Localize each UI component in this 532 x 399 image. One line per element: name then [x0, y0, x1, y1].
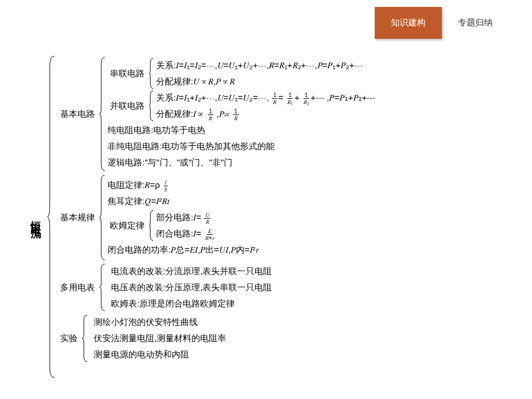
exp-emf: 测量电源的电动势和内阻: [90, 346, 226, 363]
multimeter-brace: [97, 263, 108, 312]
logic-gates: 逻辑电路:"与"门、"或"门、"非"门: [108, 154, 376, 171]
ohm-label: 欧姆定律: [108, 209, 147, 242]
tab-topics[interactable]: 专题归纳: [442, 7, 509, 39]
multimeter-label: 多用电表: [58, 263, 97, 312]
basic-circuit-label: 基本电路: [58, 56, 97, 172]
ohmmeter: 欧姆表:原理是闭合电路欧姆定律: [108, 295, 272, 312]
ohm-closed: 闭合电路:𝐼= 𝐸𝑅+𝑟: [156, 226, 216, 242]
parallel-circuit: 并联电路 关系:𝐼=𝐼₁+𝐼₂+⋯,𝑈=𝑈₁=𝑈₂=⋯, 1𝑅= 1𝑅₁+ 1𝑅…: [108, 90, 376, 122]
basic-circuit-brace: [97, 56, 108, 172]
section-multimeter: 多用电表 电流表的改装:分流原理,表头并联一只电阻 电压表的改装:分压原理,表头…: [58, 263, 376, 312]
series-distribution: 分配规律:𝑈∝𝑅,𝑃∝𝑅: [156, 73, 363, 90]
ohm-brace: [147, 209, 156, 242]
tab-knowledge[interactable]: 知识建构: [375, 7, 442, 39]
pure-resistor: 纯电阻电路:电功等于电热: [108, 122, 376, 138]
resistance-law: 电阻定律:𝑅=ρ 𝑙𝑆: [108, 177, 259, 193]
tree-diagram: 恒定电流 基本电路 串联电路 关系:𝐼=𝐼₁=𝐼₂=: [29, 55, 376, 379]
ohm-law: 欧姆定律 部分电路:𝐼= 𝑈𝑅 闭合电路:𝐼= 𝐸𝑅+𝑟: [108, 209, 259, 242]
series-circuit: 串联电路 关系:𝐼=𝐼₁=𝐼₂=⋯,𝑈=𝑈₁+𝑈₂+⋯,𝑅=𝑅₁+𝑅₂+⋯,𝑃=…: [108, 57, 376, 90]
ohm-partial: 部分电路:𝐼= 𝑈𝑅: [156, 209, 216, 226]
root-brace: [45, 55, 58, 379]
parallel-distribution: 分配规律:𝐼∝ 1𝑅 ,𝑃∝ 1𝑅: [156, 106, 376, 122]
experiment-brace: [80, 314, 90, 363]
series-label: 串联电路: [108, 57, 147, 90]
basic-law-brace: [97, 174, 108, 261]
closed-circuit-power: 闭合电路的功率:𝑃总=𝐸𝐼,𝑃出=𝑈𝐼,𝑃内=𝐼²𝑟: [108, 242, 259, 258]
nonpure-resistor: 非纯电阻电路:电功等于电热加其他形式的能: [108, 138, 376, 154]
basic-law-label: 基本规律: [58, 174, 97, 261]
exp-va-resistance: 伏安法测量电阻,测量材料的电阻率: [90, 330, 226, 346]
exp-bulb-iv: 测绘小灯泡的伏安特性曲线: [90, 314, 226, 330]
series-brace: [147, 57, 156, 90]
tab-bar: 知识建构 专题归纳: [375, 7, 509, 39]
parallel-label: 并联电路: [108, 90, 147, 122]
series-relation: 关系:𝐼=𝐼₁=𝐼₂=⋯,𝑈=𝑈₁+𝑈₂+⋯,𝑅=𝑅₁+𝑅₂+⋯,𝑃=𝑃₁+𝑃₂…: [156, 57, 363, 73]
section-basic-circuit: 基本电路 串联电路 关系:𝐼=𝐼₁=𝐼₂=⋯,𝑈=𝑈₁+𝑈₂+⋯,𝑅=𝑅₁+𝑅₂…: [58, 56, 376, 172]
section-basic-law: 基本规律 电阻定律:𝑅=ρ 𝑙𝑆 焦耳定律:𝑄=𝐼²𝑅𝑡 欧姆定律: [58, 174, 376, 261]
joule-law: 焦耳定律:𝑄=𝐼²𝑅𝑡: [108, 193, 259, 209]
parallel-brace: [147, 90, 156, 122]
ammeter-mod: 电流表的改装:分流原理,表头并联一只电阻: [108, 263, 272, 279]
voltmeter-mod: 电压表的改装:分压原理,表头串联一只电阻: [108, 279, 272, 295]
root-label: 恒定电流: [29, 55, 45, 379]
parallel-relation: 关系:𝐼=𝐼₁+𝐼₂+⋯,𝑈=𝑈₁=𝑈₂=⋯, 1𝑅= 1𝑅₁+ 1𝑅₂+⋯ ,…: [156, 90, 376, 106]
experiment-label: 实验: [58, 314, 80, 363]
section-experiment: 实验 测绘小灯泡的伏安特性曲线 伏安法测量电阻,测量材料的电阻率 测量电源的电动…: [58, 314, 376, 363]
